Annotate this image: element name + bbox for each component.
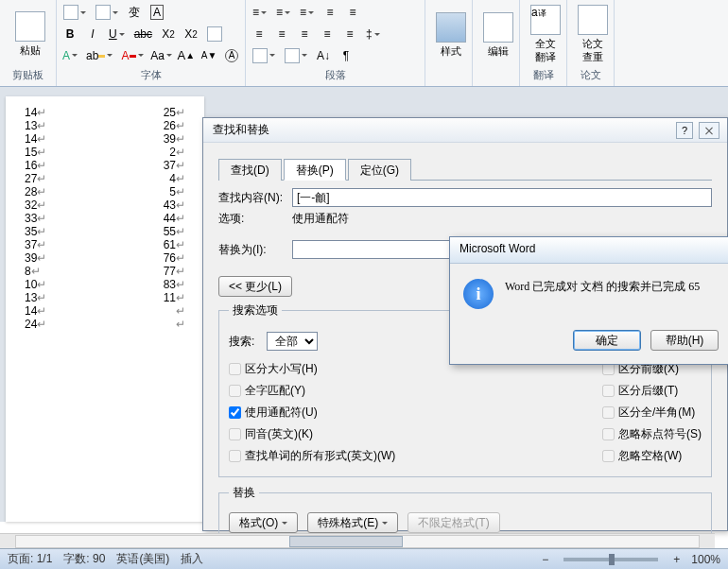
zoom-value[interactable]: 100%: [691, 553, 720, 566]
grow-font-button[interactable]: A▲: [177, 46, 196, 65]
translate-icon: a译: [530, 5, 561, 35]
paper-check-button[interactable]: 论文查重: [571, 2, 615, 66]
strikethrough-button[interactable]: abc: [131, 25, 155, 43]
status-insert[interactable]: 插入: [181, 551, 203, 567]
text-line: 33↵44↵: [25, 212, 185, 225]
text-line: 8↵77↵: [25, 265, 185, 278]
italic-button[interactable]: I: [83, 25, 102, 43]
styles-button[interactable]: 样式: [429, 2, 473, 68]
text-line: 13↵11↵: [25, 291, 185, 304]
translate-button[interactable]: a译 全文翻译: [524, 2, 567, 66]
borders-button[interactable]: [282, 46, 310, 65]
search-scope-select[interactable]: 全部: [267, 332, 318, 351]
sort-button[interactable]: A↓: [314, 46, 333, 65]
text-line: 14↵25↵: [25, 106, 185, 119]
justify-button[interactable]: ≡: [318, 25, 337, 43]
font-name-combo[interactable]: [61, 3, 89, 22]
indent-inc-button[interactable]: ≡: [343, 3, 362, 22]
circled-char-button[interactable]: A: [222, 46, 241, 65]
message-box-title: Microsoft Word: [450, 237, 728, 264]
highlight-button[interactable]: ab: [83, 46, 115, 65]
status-page[interactable]: 页面: 1/1: [8, 551, 52, 567]
text-line: 15↵2↵: [25, 146, 185, 159]
special-format-button[interactable]: 特殊格式(E): [307, 512, 398, 533]
paper-icon: [578, 5, 608, 35]
chk-forms: [229, 450, 241, 462]
distribute-button[interactable]: ≡: [340, 25, 359, 43]
ribbon-group-edit: 编辑: [473, 0, 520, 86]
find-content-label: 查找内容(N):: [218, 190, 292, 206]
text-effect-button[interactable]: A: [61, 46, 79, 65]
tab-find[interactable]: 查找(D): [218, 159, 282, 181]
text-line: 24↵↵: [25, 318, 185, 331]
find-content-input[interactable]: [292, 188, 712, 207]
ribbon-group-paper: 论文查重 论文: [567, 0, 615, 86]
edit-button[interactable]: 编辑: [477, 2, 520, 68]
options-value: 使用通配符: [292, 211, 349, 227]
group-title-paragraph: 段落: [250, 66, 421, 84]
ribbon: 粘贴 剪贴板 变 A B I U abc X2 X2 A ab A Aa A▲ …: [0, 0, 728, 87]
format-button[interactable]: 格式(O): [229, 512, 298, 533]
group-title-clipboard: 剪贴板: [4, 66, 52, 84]
underline-button[interactable]: U: [106, 25, 128, 43]
status-lang[interactable]: 英语(美国): [116, 551, 169, 567]
styles-icon: [436, 12, 466, 43]
bullets-button[interactable]: ≡: [250, 3, 269, 22]
superscript-button[interactable]: X2: [182, 25, 200, 43]
chk-wildcard[interactable]: [229, 406, 241, 419]
show-marks-button[interactable]: ¶: [337, 46, 355, 65]
align-right-button[interactable]: ≡: [295, 25, 314, 43]
dialog-help-button[interactable]: ?: [676, 122, 693, 139]
text-line: 14↵39↵: [25, 132, 185, 146]
tab-goto[interactable]: 定位(G): [348, 159, 411, 181]
dialog-close-button[interactable]: [699, 122, 719, 139]
paste-button[interactable]: 粘贴: [4, 2, 57, 66]
font-size-combo[interactable]: [93, 3, 121, 22]
zoom-slider[interactable]: [563, 558, 658, 561]
tab-replace[interactable]: 替换(P): [284, 159, 346, 181]
help-button[interactable]: 帮助(H): [650, 330, 719, 351]
text-line: 14↵↵: [25, 304, 185, 318]
align-center-button[interactable]: ≡: [272, 25, 291, 43]
paste-icon: [15, 11, 45, 42]
ribbon-group-style: 样式: [425, 0, 473, 86]
message-box: Microsoft Word i Word 已完成对 文档 的搜索并已完成 65…: [449, 236, 728, 365]
zoom-in-button[interactable]: +: [673, 553, 680, 566]
paste-label: 粘贴: [20, 43, 41, 57]
status-words[interactable]: 字数: 90: [63, 551, 105, 567]
less-button[interactable]: << 更少(L): [218, 276, 292, 297]
line-spacing-button[interactable]: ‡: [363, 25, 383, 43]
no-format-button: 不限定格式(T): [407, 512, 499, 533]
char-border-button[interactable]: A: [147, 3, 166, 22]
bold-button[interactable]: B: [61, 25, 79, 43]
clear-format-button[interactable]: [204, 25, 225, 43]
multilevel-button[interactable]: ≡: [297, 3, 317, 22]
shrink-font-button[interactable]: A▼: [199, 46, 218, 65]
search-dir-label: 搜索:: [229, 334, 267, 350]
ribbon-group-font: 变 A B I U abc X2 X2 A ab A Aa A▲ A▼ A 字体: [57, 0, 246, 86]
indent-dec-button[interactable]: ≡: [321, 3, 339, 22]
text-line: 39↵76↵: [25, 251, 185, 265]
chk-whole: [229, 385, 241, 397]
text-line: 10↵83↵: [25, 278, 185, 291]
horizontal-scrollbar[interactable]: [0, 533, 715, 548]
document-page[interactable]: 14↵25↵13↵26↵14↵39↵15↵2↵16↵37↵27↵4↵28↵5↵3…: [6, 96, 204, 522]
font-color-button[interactable]: A: [119, 46, 147, 65]
group-title-font: 字体: [61, 66, 241, 84]
text-line: 35↵55↵: [25, 225, 185, 238]
scrollbar-thumb[interactable]: [289, 536, 403, 547]
align-left-button[interactable]: ≡: [250, 25, 269, 43]
change-case-button[interactable]: Aa: [150, 46, 173, 65]
numbering-button[interactable]: ≡: [273, 3, 293, 22]
subscript-button[interactable]: X2: [159, 25, 178, 43]
find-icon: [483, 12, 513, 43]
shading-button[interactable]: [250, 46, 278, 65]
zoom-out-button[interactable]: −: [542, 553, 548, 566]
chk-case: [229, 363, 241, 375]
phonetic-guide-button[interactable]: 变: [125, 3, 144, 22]
ok-button[interactable]: 确定: [573, 330, 641, 351]
replace-with-label: 替换为(I):: [218, 242, 292, 258]
text-line: 27↵4↵: [25, 172, 185, 185]
chk-fullhalf: [602, 406, 615, 419]
chk-suffix: [602, 385, 615, 397]
